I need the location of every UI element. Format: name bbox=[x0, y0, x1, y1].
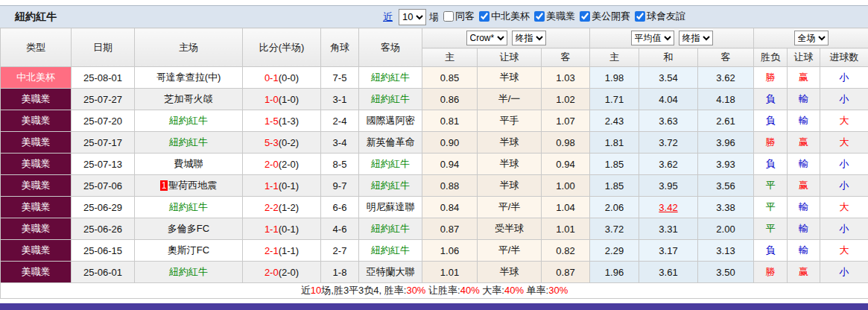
avg-home-odds: 2.29 bbox=[590, 240, 639, 262]
handicap-line: 半球 bbox=[478, 67, 542, 89]
odds2-type-select[interactable]: 终指 bbox=[679, 31, 713, 45]
result-wdl: 勝 bbox=[754, 132, 788, 154]
halftime-score: (0-0) bbox=[279, 72, 299, 83]
type-cell: 美職業 bbox=[1, 240, 72, 262]
corners-cell: 1-8 bbox=[321, 262, 359, 283]
result-handicap: 輸 bbox=[788, 154, 820, 175]
avg-away-odds: 2.61 bbox=[698, 110, 754, 132]
summary-segment: 场,胜3平3负4, 胜率: bbox=[321, 285, 406, 296]
handicap-away-odds: 1.01 bbox=[542, 218, 590, 240]
away-team-cell: 紐約紅牛 bbox=[359, 240, 422, 262]
table-row: 美職業25-07-20紐約紅牛1-5(1-3)2-4國際邁阿密0.81平手1.0… bbox=[1, 110, 868, 132]
games-label: 場 bbox=[429, 10, 439, 24]
fulltime-score: 2-2 bbox=[264, 202, 279, 213]
avg-away-odds: 3.38 bbox=[698, 197, 754, 218]
result-wdl: 平 bbox=[754, 197, 788, 218]
table-row: 美職業25-06-29紐約紅牛2-2(1-2)6-6明尼蘇達聯0.84平/半1.… bbox=[1, 197, 868, 218]
date-cell: 25-06-15 bbox=[72, 240, 135, 262]
result-wdl: 平 bbox=[754, 175, 788, 197]
handicap-line: 半球 bbox=[478, 154, 542, 175]
filter-3: 美公開賽 bbox=[580, 10, 630, 23]
filter-checkbox-0[interactable] bbox=[443, 11, 454, 22]
col-header-1: 日期 bbox=[72, 28, 135, 67]
away-team-name: 紐約紅牛 bbox=[371, 158, 410, 169]
home-team-name: 聖荷西地震 bbox=[168, 180, 217, 191]
corners-cell: 3-4 bbox=[321, 132, 359, 154]
date-cell: 25-07-17 bbox=[72, 132, 135, 154]
handicap-home-odds: 0.85 bbox=[422, 67, 478, 89]
filter-checkbox-1[interactable] bbox=[479, 11, 490, 22]
home-team-name: 紐約紅牛 bbox=[169, 266, 208, 277]
avg-away-odds: 3.56 bbox=[698, 175, 754, 197]
halftime-score: (2-0) bbox=[279, 267, 299, 278]
avg-draw-odds: 3.95 bbox=[639, 175, 698, 197]
summary-segment: 40% bbox=[504, 285, 524, 296]
avg-away-odds: 3.13 bbox=[698, 240, 754, 262]
fulltime-score: 1-1 bbox=[264, 224, 279, 235]
halftime-score: (1-0) bbox=[279, 94, 299, 105]
handicap-home-odds: 0.87 bbox=[422, 218, 478, 240]
home-team-cell: 紐約紅牛 bbox=[135, 110, 243, 132]
score-cell: 1-1(0-1) bbox=[243, 175, 321, 197]
result-goals: 大 bbox=[820, 197, 868, 218]
score-cell: 1-1(0-1) bbox=[243, 218, 321, 240]
halftime-score: (0-1) bbox=[279, 224, 299, 235]
avg-home-odds: 1.85 bbox=[590, 154, 639, 175]
home-team-name: 奧斯汀FC bbox=[168, 244, 209, 256]
result-wdl: 負 bbox=[754, 89, 788, 110]
filter-2: 美職業 bbox=[534, 10, 575, 23]
near-link[interactable]: 近 bbox=[383, 10, 393, 24]
table-row: 中北美杯25-08-01哥達拿查拉(中)0-1(0-0)7-5紐約紅牛0.85半… bbox=[1, 67, 868, 89]
filter-label: 美職業 bbox=[546, 10, 575, 23]
filter-checkbox-3[interactable] bbox=[580, 11, 590, 22]
result-goals: 小 bbox=[820, 218, 868, 240]
odds-group-header: 平均值终指 bbox=[590, 28, 754, 48]
type-cell: 美職業 bbox=[1, 197, 72, 218]
avg-draw-link[interactable]: 3.42 bbox=[659, 202, 677, 213]
summary-segment: 10 bbox=[311, 285, 321, 296]
away-team-cell: 國際邁阿密 bbox=[359, 110, 422, 132]
sub-header-7: 让球 bbox=[788, 48, 820, 67]
away-team-name: 亞特蘭大聯 bbox=[367, 266, 415, 277]
home-team-name: 多倫多FC bbox=[168, 223, 209, 234]
avg-home-odds: 3.72 bbox=[590, 218, 639, 240]
result-goals: 小 bbox=[820, 175, 868, 197]
table-row: 美職業25-06-01紐約紅牛2-0(2-0)1-8亞特蘭大聯1.01半球0.8… bbox=[1, 262, 868, 283]
score-cell: 2-0(2-0) bbox=[243, 154, 321, 175]
away-team-name: 紐約紅牛 bbox=[371, 93, 410, 104]
sub-header-6: 胜负 bbox=[754, 48, 788, 67]
corners-cell: 7-5 bbox=[321, 67, 359, 89]
handicap-home-odds: 0.88 bbox=[422, 175, 478, 197]
result-wdl: 勝 bbox=[754, 67, 788, 89]
date-cell: 25-06-26 bbox=[72, 218, 135, 240]
odds1-company-select[interactable]: Crow* bbox=[466, 31, 507, 45]
avg-draw-odds: 3.63 bbox=[639, 110, 698, 132]
away-team-cell: 紐約紅牛 bbox=[359, 67, 422, 89]
result-handicap: 輸 bbox=[788, 89, 820, 110]
scope-select[interactable]: 全场 bbox=[794, 31, 829, 45]
filter-checkbox-4[interactable] bbox=[635, 11, 645, 22]
fulltime-score: 1-0 bbox=[264, 94, 279, 105]
odds1-type-select[interactable]: 终指 bbox=[512, 31, 546, 45]
odds2-company-select[interactable]: 平均值 bbox=[631, 31, 674, 45]
result-handicap: 赢 bbox=[788, 175, 820, 197]
away-team-name: 紐約紅牛 bbox=[371, 180, 410, 191]
avg-draw-odds: 3.72 bbox=[639, 132, 698, 154]
filter-1: 中北美杯 bbox=[479, 10, 530, 23]
type-cell: 美職業 bbox=[1, 89, 72, 110]
fulltime-score: 1-5 bbox=[264, 116, 279, 127]
summary-segment: 30% bbox=[548, 285, 568, 296]
type-cell: 美職業 bbox=[1, 175, 72, 197]
filter-checkbox-2[interactable] bbox=[534, 11, 545, 22]
result-wdl: 負 bbox=[754, 154, 788, 175]
avg-home-odds: 1.96 bbox=[590, 262, 639, 283]
date-cell: 25-07-06 bbox=[72, 175, 135, 197]
match-count-select[interactable]: 10 bbox=[399, 9, 426, 25]
score-cell: 0-1(0-0) bbox=[243, 67, 321, 89]
filter-controls: 近 10 場 同客中北美杯美職業美公開賽球會友誼 bbox=[383, 9, 685, 25]
type-cell: 美職業 bbox=[1, 218, 72, 240]
table-row: 美職業25-07-061聖荷西地震1-1(0-1)9-7紐約紅牛0.88半球1.… bbox=[1, 175, 868, 197]
corners-cell: 9-7 bbox=[321, 175, 359, 197]
summary-segment: 大率: bbox=[480, 285, 504, 296]
avg-home-odds: 1.71 bbox=[590, 89, 639, 110]
